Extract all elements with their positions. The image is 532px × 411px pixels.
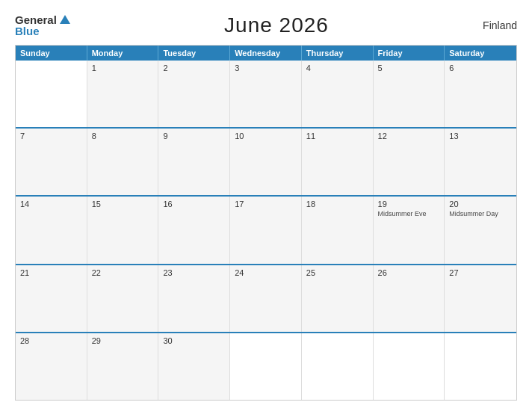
- day-number: 25: [306, 268, 368, 277]
- day-cell: 4: [302, 61, 374, 127]
- day-number: 30: [163, 336, 225, 345]
- day-cell: 7: [16, 129, 87, 195]
- header: General Blue June 2026 Finland: [15, 13, 517, 37]
- day-cell: 18: [302, 197, 374, 263]
- day-cell: 5: [374, 61, 445, 127]
- day-number: 10: [235, 132, 297, 140]
- day-number: 16: [163, 200, 225, 208]
- week-row-2: 78910111213: [16, 127, 516, 195]
- day-cell: 15: [87, 197, 159, 263]
- week-row-1: 123456: [16, 61, 516, 127]
- header-tuesday: Tuesday: [158, 46, 230, 61]
- day-number: 5: [378, 64, 440, 72]
- header-thursday: Thursday: [302, 46, 374, 61]
- week-row-3: 141516171819Midsummer Eve20Midsummer Day: [16, 195, 516, 263]
- day-cell: 28: [16, 333, 87, 400]
- day-cell: 6: [445, 61, 516, 127]
- day-cell: 17: [230, 197, 302, 263]
- event-label: Midsummer Day: [449, 210, 512, 219]
- day-number: 27: [449, 268, 512, 277]
- day-number: 20: [449, 200, 512, 208]
- weeks: 12345678910111213141516171819Midsummer E…: [16, 61, 516, 400]
- day-number: 1: [92, 64, 154, 72]
- day-number: 6: [449, 64, 512, 72]
- day-cell: 29: [87, 333, 159, 400]
- day-cell: 30: [158, 333, 230, 400]
- day-number: 17: [235, 200, 297, 208]
- day-number: 22: [92, 268, 154, 277]
- day-cell: 10: [230, 129, 302, 195]
- day-cell: 11: [302, 129, 374, 195]
- day-number: 26: [378, 268, 440, 277]
- day-cell: [16, 61, 87, 127]
- header-saturday: Saturday: [445, 46, 516, 61]
- day-number: 8: [92, 132, 154, 140]
- day-cell: 19Midsummer Eve: [374, 197, 445, 263]
- day-number: 4: [306, 64, 368, 72]
- day-number: 2: [163, 64, 225, 72]
- day-cell: 8: [87, 129, 159, 195]
- day-cell: 14: [16, 197, 87, 263]
- logo-triangle-icon: [60, 15, 70, 24]
- week-row-5: 282930: [16, 332, 516, 400]
- day-number: 21: [20, 268, 82, 277]
- calendar-title: June 2026: [224, 13, 329, 37]
- day-cell: 13: [445, 129, 516, 195]
- day-number: 7: [20, 132, 82, 140]
- day-number: 11: [306, 132, 368, 140]
- day-cell: 22: [87, 265, 159, 332]
- country-label: Finland: [483, 19, 517, 31]
- day-cell: 12: [374, 129, 445, 195]
- day-headers: Sunday Monday Tuesday Wednesday Thursday…: [16, 46, 516, 61]
- page: General Blue June 2026 Finland Sunday Mo…: [0, 0, 532, 411]
- logo-blue-text: Blue: [15, 25, 70, 37]
- day-number: 24: [235, 268, 297, 277]
- day-cell: 27: [445, 265, 516, 332]
- day-cell: 2: [158, 61, 230, 127]
- day-number: 18: [306, 200, 368, 208]
- header-monday: Monday: [87, 46, 159, 61]
- logo: General Blue: [15, 14, 70, 37]
- day-number: 28: [20, 336, 82, 345]
- week-row-4: 21222324252627: [16, 264, 516, 332]
- day-cell: [374, 333, 445, 400]
- day-cell: 24: [230, 265, 302, 332]
- calendar: Sunday Monday Tuesday Wednesday Thursday…: [15, 45, 517, 401]
- day-cell: 23: [158, 265, 230, 332]
- day-cell: 26: [374, 265, 445, 332]
- day-number: 23: [163, 268, 225, 277]
- day-number: 13: [449, 132, 512, 140]
- day-number: 12: [378, 132, 440, 140]
- day-cell: 9: [158, 129, 230, 195]
- day-cell: 21: [16, 265, 87, 332]
- day-cell: [445, 333, 516, 400]
- header-wednesday: Wednesday: [230, 46, 302, 61]
- day-cell: [230, 333, 302, 400]
- day-number: 19: [378, 200, 440, 208]
- event-label: Midsummer Eve: [378, 210, 440, 219]
- day-cell: 3: [230, 61, 302, 127]
- day-number: 9: [163, 132, 225, 140]
- day-cell: [302, 333, 374, 400]
- day-cell: 1: [87, 61, 159, 127]
- day-number: 3: [235, 64, 297, 72]
- header-sunday: Sunday: [16, 46, 87, 61]
- day-number: 15: [92, 200, 154, 208]
- day-number: 14: [20, 200, 82, 208]
- day-cell: 20Midsummer Day: [445, 197, 516, 263]
- day-cell: 25: [302, 265, 374, 332]
- day-number: 29: [92, 336, 154, 345]
- day-cell: 16: [158, 197, 230, 263]
- logo-general-text: General: [15, 14, 57, 25]
- header-friday: Friday: [374, 46, 445, 61]
